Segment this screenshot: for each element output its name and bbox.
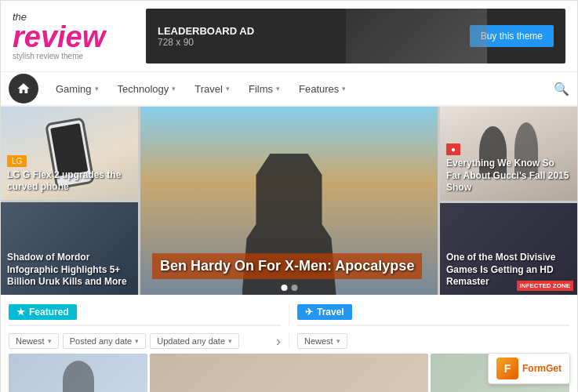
center-card-title: Ben Hardy On For X-Men: Apocalypse [152,253,422,279]
logo-tagline: stylish review theme [13,52,130,60]
ad-banner: LEADERBOARD AD 728 x 90 Buy this theme [146,9,565,64]
sections-row: ★ Featured ✈ Travel [1,295,577,330]
updated-label: Updated any date [157,336,225,346]
featured-sort-select[interactable]: Newest ▾ [9,333,59,349]
ad-info: LEADERBOARD AD 728 x 90 [158,25,254,48]
preview-card-1[interactable] [9,354,147,392]
travel-sort-label: Newest [304,336,333,346]
featured-title-bar: ★ Featured [9,304,281,326]
nav-item-films[interactable]: Films ▾ [239,71,289,106]
slider-card-top-left[interactable]: LG LG G Flex 2 upgrades the curved phone [1,107,138,200]
ad-label: LEADERBOARD AD [158,25,254,37]
chevron-down-icon: ▾ [172,85,176,93]
dot-2[interactable] [291,285,297,291]
card-overlay-right-top: ● Everything We Know So Far About Gucci'… [440,141,577,194]
formget-badge: F FormGet [488,353,570,384]
featured-date-select[interactable]: Posted any date ▾ [63,333,147,349]
featured-icon: ★ [16,307,25,318]
navbar: Gaming ▾ Technology ▾ Travel ▾ Films ▾ F… [1,72,577,107]
slider-col-left: LG LG G Flex 2 upgrades the curved phone… [1,107,138,295]
logo-review: review [13,22,130,52]
travel-sort-select[interactable]: Newest ▾ [297,333,347,349]
travel-badge: ✈ Travel [297,304,352,320]
sort-arrow-icon: ▾ [48,337,52,345]
travel-icon: ✈ [305,307,313,318]
featured-updated-select[interactable]: Updated any date ▾ [150,333,239,349]
featured-slider: LG LG G Flex 2 upgrades the curved phone… [1,107,577,295]
nav-item-gaming[interactable]: Gaming ▾ [46,71,108,106]
travel-filters: Newest ▾ [297,333,569,349]
travel-sort-arrow-icon: ▾ [336,337,340,345]
travel-section-header: ✈ Travel [289,304,569,326]
header: the review stylish review theme LEADERBO… [1,1,577,72]
slider-col-center[interactable]: Ben Hardy On For X-Men: Apocalypse [140,107,438,295]
home-button[interactable] [9,74,38,103]
featured-filters: Newest ▾ Posted any date ▾ Updated any d… [9,333,281,349]
updated-arrow-icon: ▾ [228,337,232,345]
slider-card-bottom-left[interactable]: Shadow of Mordor Infographic Highlights … [1,202,138,295]
nav-item-travel[interactable]: Travel ▾ [185,71,239,106]
chevron-down-icon: ▾ [276,85,280,93]
slider-card-bottom-right[interactable]: One of the Most Divisive Games Is Gettin… [440,203,577,295]
date-label: Posted any date [70,336,133,346]
center-overlay: Ben Hardy On For X-Men: Apocalypse [152,253,422,279]
dot-1[interactable] [281,285,287,291]
travel-title-bar: ✈ Travel [297,304,569,326]
featured-label: Featured [29,307,69,318]
chevron-down-icon: ▾ [226,85,230,93]
featured-section-header: ★ Featured [9,304,289,326]
divider [289,333,289,349]
card-title-bottom: Shadow of Mordor Infographic Highlights … [7,252,132,289]
slider-col-right: ● Everything We Know So Far About Gucci'… [440,107,577,295]
slider-dots [281,285,297,291]
card-overlay-bottom: Shadow of Mordor Infographic Highlights … [1,252,138,289]
chevron-down-icon: ▾ [95,85,99,93]
home-icon [16,82,31,96]
chevron-down-icon: ▾ [342,85,346,93]
featured-badge: ★ Featured [9,304,77,320]
infected-zone-badge: INFECTED ZONE [517,281,573,291]
card-title-right-top: Everything We Know So Far About Gucci's … [446,158,571,194]
card-tag-right: ● [446,143,460,155]
sort-label: Newest [16,336,45,346]
formget-icon: F [496,358,518,379]
ad-size: 728 x 90 [158,37,254,48]
featured-next-button[interactable]: › [276,334,281,348]
preview-card-2[interactable]: Best Beach Getaways [150,354,428,392]
nav-item-features[interactable]: Features ▾ [289,71,355,106]
search-button[interactable]: 🔍 [554,82,569,96]
logo: the review stylish review theme [13,12,130,60]
card-tag: LG [7,155,27,167]
nav-item-technology[interactable]: Technology ▾ [108,71,186,106]
slider-card-top-right[interactable]: ● Everything We Know So Far About Gucci'… [440,107,577,201]
card-title: LG G Flex 2 upgrades the curved phone [7,169,132,194]
travel-label: Travel [317,307,344,318]
filter-rows: Newest ▾ Posted any date ▾ Updated any d… [1,330,577,354]
nav-items: Gaming ▾ Technology ▾ Travel ▾ Films ▾ F… [46,71,554,106]
card-overlay: LG LG G Flex 2 upgrades the curved phone [1,153,138,194]
date-arrow-icon: ▾ [135,337,139,345]
formget-label: FormGet [522,363,562,374]
